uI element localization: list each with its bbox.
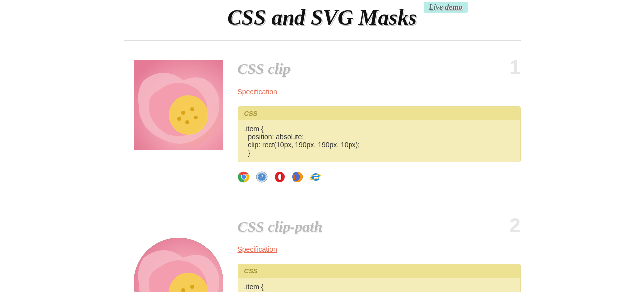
svg-point-24 (190, 285, 194, 289)
chrome-icon (238, 171, 250, 183)
safari-icon (256, 171, 268, 183)
live-demo-badge: Live demo (424, 2, 468, 13)
svg-point-4 (190, 107, 194, 111)
section-number: 2 (509, 214, 520, 236)
section-css-clip: 1 CSS clip Specification CSS .item { pos… (124, 41, 521, 198)
section-css-clip-path: 2 CSS clip-path Specification CSS .item … (124, 198, 521, 292)
preview-area (124, 60, 233, 150)
svg-point-3 (181, 111, 185, 115)
section-number: 1 (509, 57, 520, 79)
page-title-text: CSS and SVG Masks (227, 5, 417, 30)
code-block: CSS .item { position: absolute; clip: re… (238, 106, 521, 162)
demo-image-round (134, 238, 223, 292)
specification-link[interactable]: Specification (238, 88, 277, 96)
section-title: CSS clip-path (238, 218, 521, 235)
demo-image-square (134, 60, 223, 150)
code-body: .item { position: absolute; clip: rect(1… (238, 120, 520, 162)
code-body: .item { (238, 278, 520, 292)
firefox-icon (292, 171, 303, 183)
svg-point-5 (194, 116, 198, 119)
opera-icon (274, 171, 286, 183)
svg-point-2 (169, 95, 208, 135)
section-content: 1 CSS clip Specification CSS .item { pos… (233, 60, 521, 183)
code-label: CSS (238, 107, 520, 120)
svg-point-7 (177, 117, 181, 121)
svg-point-16 (278, 174, 281, 180)
svg-point-6 (185, 120, 189, 124)
page-header: CSS and SVG Masks Live demo (124, 0, 521, 41)
code-block: CSS .item { (238, 264, 521, 292)
ie-icon (309, 171, 321, 183)
code-label: CSS (238, 264, 520, 278)
section-title: CSS clip (238, 60, 521, 77)
section-content: 2 CSS clip-path Specification CSS .item … (233, 218, 521, 292)
specification-link[interactable]: Specification (238, 245, 277, 253)
svg-point-23 (181, 288, 185, 292)
page-title: CSS and SVG Masks Live demo (227, 5, 417, 30)
browser-support-row (238, 171, 521, 183)
preview-area (124, 218, 233, 292)
